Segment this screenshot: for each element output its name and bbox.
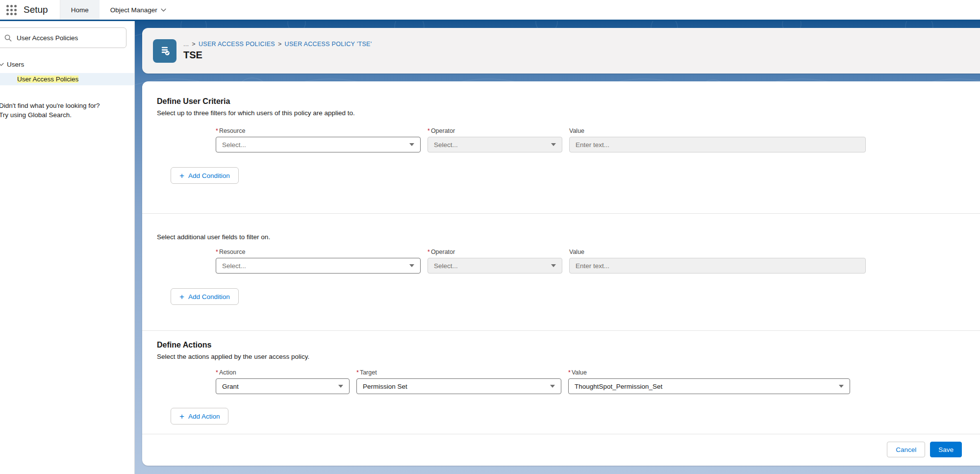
chevron-down-icon xyxy=(551,264,556,267)
app-launcher-icon[interactable] xyxy=(0,0,23,20)
section-additional-filters: Select additional user fields to filter … xyxy=(142,214,980,330)
plus-icon: + xyxy=(179,293,184,301)
section-description: Select up to three filters for which use… xyxy=(157,109,962,117)
section-define-user-criteria: Define User Criteria Select up to three … xyxy=(142,81,980,213)
chevron-down-icon xyxy=(338,385,343,388)
operator-label: *Operator xyxy=(427,249,562,255)
breadcrumb: ... > USER ACCESS POLICIES > USER ACCESS… xyxy=(183,41,372,48)
breadcrumb-ellipsis: ... xyxy=(183,41,189,48)
search-match-highlight: User Access Policies xyxy=(17,75,78,83)
criteria-field-row: *Resource Select... *Operator Select... xyxy=(216,127,962,152)
add-condition-button[interactable]: + Add Condition xyxy=(171,288,239,305)
section-description: Select additional user fields to filter … xyxy=(157,233,962,241)
global-header: Setup Home Object Manager xyxy=(0,0,980,20)
additional-field-row: *Resource Select... *Operator Select... xyxy=(216,249,962,274)
resource-select[interactable]: Select... xyxy=(216,137,421,152)
value-label: Value xyxy=(569,249,866,255)
form-footer: Cancel Save xyxy=(142,434,980,465)
chevron-down-icon xyxy=(550,385,555,388)
chevron-down-icon xyxy=(409,143,414,146)
tab-home[interactable]: Home xyxy=(60,0,100,20)
chevron-down-icon xyxy=(0,63,4,66)
sidebar-search-box[interactable] xyxy=(0,27,126,48)
chevron-down-icon xyxy=(551,143,556,146)
value-input[interactable] xyxy=(569,137,866,152)
tree-group-users[interactable]: Users xyxy=(0,58,134,71)
tab-object-manager[interactable]: Object Manager xyxy=(100,0,177,20)
salesforce-setup-screen: Setup Home Object Manager xyxy=(0,0,980,474)
target-label: *Target xyxy=(356,369,561,376)
policy-form-card: Define User Criteria Select up to three … xyxy=(142,81,980,466)
operator-select[interactable]: Select... xyxy=(427,258,562,274)
action-value-label: *Value xyxy=(568,369,850,376)
chevron-down-icon xyxy=(409,264,414,267)
action-select[interactable]: Grant xyxy=(216,378,350,394)
action-value-select[interactable]: ThoughtSpot_Permission_Set xyxy=(568,378,850,394)
setup-title: Setup xyxy=(23,0,60,20)
quick-find-input[interactable] xyxy=(17,34,115,42)
resource-label: *Resource xyxy=(216,127,421,134)
value-input[interactable] xyxy=(569,258,866,274)
plus-icon: + xyxy=(179,172,184,180)
resource-select[interactable]: Select... xyxy=(216,258,421,274)
section-heading: Define Actions xyxy=(157,341,962,349)
target-select[interactable]: Permission Set xyxy=(356,378,561,394)
save-button[interactable]: Save xyxy=(930,442,962,457)
resource-label: *Resource xyxy=(216,249,421,255)
value-label: Value xyxy=(569,127,866,134)
chevron-down-icon xyxy=(839,385,844,388)
cancel-button[interactable]: Cancel xyxy=(887,442,925,457)
actions-field-row: *Action Grant *Target Permission Set xyxy=(216,369,962,394)
breadcrumb-link-user-access-policies[interactable]: USER ACCESS POLICIES xyxy=(199,41,275,48)
plus-icon: + xyxy=(179,412,184,421)
add-condition-button[interactable]: + Add Condition xyxy=(171,167,239,184)
section-description: Select the actions applied by the user a… xyxy=(157,353,962,360)
page-header-card: ... > USER ACCESS POLICIES > USER ACCESS… xyxy=(142,28,980,74)
action-label: *Action xyxy=(216,369,350,376)
chevron-down-icon xyxy=(161,8,166,12)
setup-tree: Users User Access Policies xyxy=(0,58,134,85)
section-heading: Define User Criteria xyxy=(157,97,962,106)
sidebar-item-user-access-policies[interactable]: User Access Policies xyxy=(0,73,134,85)
user-access-policy-icon xyxy=(153,39,176,63)
waffle-grid-icon xyxy=(6,5,17,15)
add-action-button[interactable]: + Add Action xyxy=(171,408,228,424)
search-icon xyxy=(4,34,12,42)
section-define-actions: Define Actions Select the actions applie… xyxy=(142,331,980,434)
operator-select[interactable]: Select... xyxy=(427,137,562,152)
page-title: TSE xyxy=(183,50,372,61)
setup-sidebar: Users User Access Policies Didn't find w… xyxy=(0,21,135,474)
breadcrumb-link-user-access-policy-tse[interactable]: USER ACCESS POLICY 'TSE' xyxy=(285,41,372,48)
tab-strip: Home Object Manager xyxy=(60,0,177,20)
sidebar-note: Didn't find what you're looking for? Try… xyxy=(0,101,134,120)
content-region: ... > USER ACCESS POLICIES > USER ACCESS… xyxy=(135,21,980,474)
operator-label: *Operator xyxy=(427,127,562,134)
